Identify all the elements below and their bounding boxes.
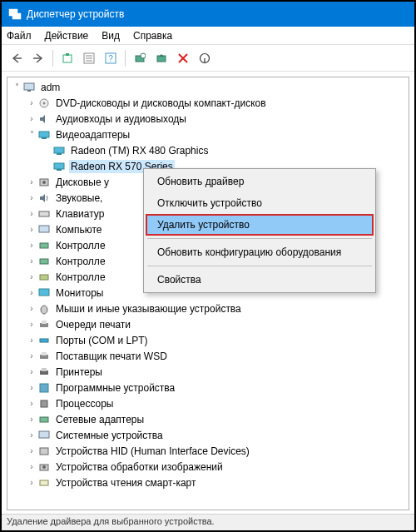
mouse-icon bbox=[37, 302, 51, 316]
category-hid[interactable]: ›Устройства HID (Human Interface Devices… bbox=[7, 443, 409, 459]
category-processors[interactable]: ›Процессоры bbox=[7, 395, 409, 411]
dvd-icon bbox=[37, 97, 51, 110]
expand-icon[interactable]: › bbox=[26, 114, 37, 123]
expand-icon[interactable]: › bbox=[26, 415, 37, 424]
category-imaging[interactable]: ›Устройства обработки изображений bbox=[7, 459, 409, 475]
menu-action[interactable]: Действие bbox=[45, 30, 89, 42]
expand-icon[interactable]: › bbox=[26, 430, 37, 440]
expand-icon[interactable]: › bbox=[26, 288, 37, 297]
category-system[interactable]: ›Системные устройства bbox=[7, 427, 409, 443]
printer-icon bbox=[37, 365, 51, 379]
svg-point-25 bbox=[42, 181, 46, 184]
scan-button[interactable] bbox=[130, 48, 150, 68]
imaging-icon bbox=[37, 460, 51, 474]
window-title: Диспетчер устройств bbox=[27, 8, 124, 20]
expand-icon[interactable]: › bbox=[26, 336, 37, 345]
menu-separator bbox=[147, 266, 372, 266]
ctx-disable-device[interactable]: Отключить устройство bbox=[146, 192, 374, 214]
category-video[interactable]: ˅Видеоадаптеры bbox=[7, 127, 409, 142]
expand-icon[interactable]: › bbox=[26, 462, 37, 471]
back-button[interactable] bbox=[7, 48, 27, 68]
expand-icon[interactable]: › bbox=[26, 241, 37, 250]
svg-rect-41 bbox=[41, 400, 47, 407]
expand-icon[interactable]: › bbox=[26, 304, 37, 313]
collapse-icon[interactable]: ˅ bbox=[11, 82, 22, 92]
expand-icon[interactable]: › bbox=[26, 209, 37, 218]
update-driver-button[interactable] bbox=[151, 48, 171, 68]
svg-rect-39 bbox=[42, 368, 47, 371]
expand-icon[interactable]: › bbox=[26, 383, 37, 392]
svg-rect-29 bbox=[40, 259, 48, 264]
expand-icon[interactable]: › bbox=[26, 98, 37, 107]
category-dvd[interactable]: ›DVD-дисководы и дисководы компакт-диско… bbox=[7, 95, 409, 111]
svg-rect-28 bbox=[40, 243, 48, 248]
context-menu: Обновить драйвер Отключить устройство Уд… bbox=[143, 168, 376, 293]
forward-button[interactable] bbox=[28, 48, 48, 68]
expand-icon[interactable]: › bbox=[26, 225, 37, 234]
expand-icon[interactable]: › bbox=[26, 272, 37, 281]
svg-text:?: ? bbox=[108, 54, 113, 63]
port-icon bbox=[37, 334, 51, 347]
svg-rect-22 bbox=[54, 163, 64, 169]
ctx-properties[interactable]: Свойства bbox=[146, 269, 374, 291]
svg-rect-20 bbox=[54, 147, 64, 153]
expand-icon[interactable]: › bbox=[26, 367, 37, 376]
expand-icon[interactable]: › bbox=[26, 351, 37, 360]
svg-rect-34 bbox=[42, 321, 47, 324]
category-print-queues[interactable]: ›Очереди печати bbox=[7, 316, 409, 332]
svg-rect-19 bbox=[42, 137, 47, 139]
svg-rect-27 bbox=[39, 226, 49, 232]
menu-help[interactable]: Справка bbox=[133, 30, 172, 42]
computer-icon bbox=[22, 81, 36, 94]
sound-icon bbox=[37, 191, 51, 205]
cpu-icon bbox=[37, 397, 51, 410]
menu-view[interactable]: Вид bbox=[102, 30, 120, 42]
device-gpu1[interactable]: Radeon (TM) RX 480 Graphics bbox=[7, 142, 409, 158]
help-button[interactable]: ? bbox=[101, 48, 121, 68]
category-mouse[interactable]: ›Мыши и иные указывающие устройства bbox=[7, 301, 409, 316]
expand-icon[interactable]: › bbox=[26, 256, 37, 266]
expand-icon[interactable]: › bbox=[26, 193, 37, 202]
svg-rect-12 bbox=[157, 56, 166, 62]
ctx-scan-hardware[interactable]: Обновить конфигурацию оборудования bbox=[146, 241, 374, 263]
svg-rect-30 bbox=[40, 275, 48, 280]
category-audio[interactable]: ›Аудиовходы и аудиовыходы bbox=[7, 111, 409, 127]
category-network[interactable]: ›Сетевые адаптеры bbox=[7, 411, 409, 427]
ctx-uninstall-device[interactable]: Удалить устройство bbox=[146, 214, 374, 236]
svg-point-46 bbox=[42, 465, 46, 469]
app-icon bbox=[8, 7, 22, 21]
expand-icon[interactable]: › bbox=[26, 446, 37, 455]
category-printers[interactable]: ›Принтеры bbox=[7, 364, 409, 380]
svg-rect-1 bbox=[12, 13, 21, 19]
expand-icon[interactable]: › bbox=[26, 177, 37, 186]
show-hidden-button[interactable] bbox=[57, 48, 77, 68]
display-adapter-icon bbox=[52, 160, 66, 173]
menu-file[interactable]: Файл bbox=[7, 30, 32, 42]
uninstall-button[interactable] bbox=[173, 48, 193, 68]
category-wsd[interactable]: ›Поставщик печати WSD bbox=[7, 348, 409, 364]
expand-icon[interactable]: › bbox=[26, 399, 37, 408]
category-ports[interactable]: ›Порты (COM и LPT) bbox=[7, 332, 409, 348]
category-software[interactable]: ›Программные устройства bbox=[7, 380, 409, 395]
disable-button[interactable] bbox=[195, 48, 215, 68]
svg-rect-42 bbox=[40, 417, 48, 422]
software-icon bbox=[37, 381, 51, 395]
printer-icon bbox=[37, 350, 51, 363]
statusbar: Удаление драйвера для выбранного устройс… bbox=[2, 514, 414, 530]
category-smartcard[interactable]: ›Устройства чтения смарт-карт bbox=[7, 475, 409, 490]
svg-rect-47 bbox=[40, 480, 48, 485]
display-adapter-icon bbox=[52, 144, 66, 157]
svg-rect-2 bbox=[63, 55, 72, 62]
svg-point-17 bbox=[43, 102, 46, 104]
root-node[interactable]: ˅adm bbox=[7, 79, 409, 95]
expand-icon[interactable]: › bbox=[26, 478, 37, 487]
expand-icon[interactable]: › bbox=[26, 320, 37, 329]
svg-rect-35 bbox=[40, 339, 48, 342]
ctx-update-driver[interactable]: Обновить драйвер bbox=[146, 171, 374, 192]
keyboard-icon bbox=[37, 207, 51, 221]
properties-button[interactable] bbox=[79, 48, 99, 68]
svg-rect-44 bbox=[40, 448, 48, 455]
controller-icon bbox=[37, 271, 51, 284]
device-tree[interactable]: ˅adm ›DVD-дисководы и дисководы компакт-… bbox=[7, 77, 409, 510]
collapse-icon[interactable]: ˅ bbox=[26, 130, 37, 139]
